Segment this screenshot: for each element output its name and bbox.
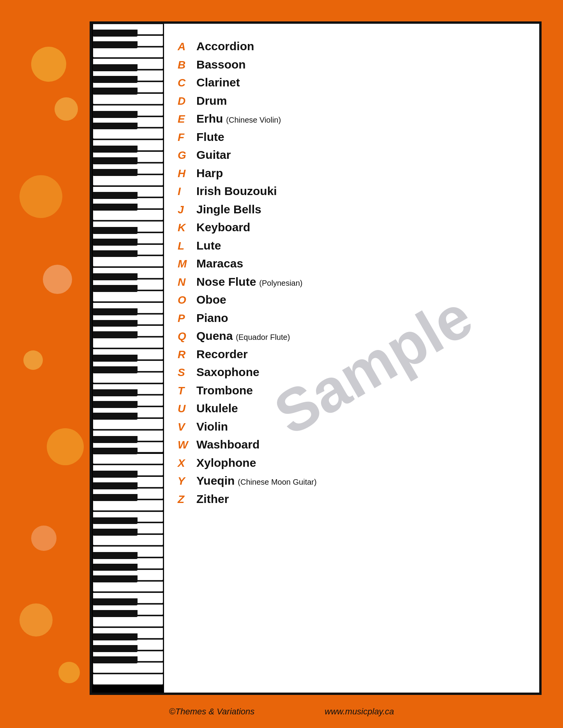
instrument-name: Zither [196,490,229,508]
black-key [93,320,138,327]
list-item: QQuena(Equador Flute) [178,327,522,345]
instrument-name: Maracas [196,255,243,273]
white-key [93,616,163,627]
instrument-name: Oboe [196,291,226,309]
list-item: OOboe [178,291,522,309]
instrument-name: Flute [196,128,224,146]
alphabet-letter: J [178,201,196,218]
list-item: RRecorder [178,345,522,364]
alphabet-letter: I [178,183,196,200]
white-key [93,256,163,267]
alphabet-letter: N [178,274,196,290]
white-key [93,175,163,186]
black-key [93,471,138,478]
list-item: NNose Flute(Polynesian) [178,273,522,291]
black-key [93,64,138,71]
instrument-name: Jingle Bells [196,200,261,219]
instrument-subtitle: (Chinese Moon Guitar) [238,476,316,488]
instrument-name: Irish Bouzouki [196,182,277,200]
instrument-name: Saxophone [196,363,259,382]
black-key [93,192,138,199]
copyright-text: ©Themes & Variations [169,707,255,717]
white-key [93,47,163,58]
alphabet-letter: Q [178,328,196,345]
instrument-name: Xylophone [196,454,256,472]
instrument-name: Lute [196,237,221,255]
list-item: GGuitar [178,146,522,164]
alphabet-letter: G [178,147,196,164]
black-key [93,517,138,524]
black-key [93,308,138,315]
black-key [93,157,138,164]
black-key [93,448,138,455]
black-key [93,656,138,663]
list-item: CClarinet [178,74,522,92]
black-key [93,482,138,489]
list-item: MMaracas [178,255,522,273]
instrument-name: Bassoon [196,56,246,74]
instrument-name: Violin [196,418,228,436]
black-key [93,239,138,246]
black-key [93,564,138,571]
piano-keys [92,24,164,693]
alphabet-letter: C [178,74,196,91]
black-key [93,111,138,118]
list-item: LLute [178,237,522,255]
black-key [93,331,138,338]
alphabet-letter: R [178,346,196,363]
black-key [93,598,138,605]
alphabet-letter: Z [178,491,196,508]
alphabet-letter: V [178,419,196,435]
black-key [93,123,138,130]
black-key [93,41,138,48]
black-key [93,413,138,420]
black-key [93,389,138,396]
black-key [93,355,138,362]
black-key [93,366,138,373]
black-key [93,30,138,37]
white-key [93,535,163,546]
instrument-name: Keyboard [196,218,250,237]
list-item: VViolin [178,418,522,436]
instrument-name: Drum [196,92,227,110]
list-item: SSaxophone [178,363,522,382]
white-key [93,209,163,221]
white-key [93,454,163,465]
alphabet-letter: K [178,219,196,236]
instrument-name: Quena [196,327,233,345]
alphabet-list: AAccordionBBassoonCClarinetDDrumEErhu(Ch… [178,37,522,508]
black-key [93,552,138,559]
list-item: EErhu(Chinese Violin) [178,110,522,128]
white-key [93,291,163,302]
black-key [93,610,138,617]
alphabet-letter: O [178,292,196,308]
white-key [93,674,163,685]
white-key [93,581,163,593]
instrument-name: Guitar [196,146,231,164]
instrument-subtitle: (Polynesian) [259,277,302,289]
black-key [93,169,138,176]
black-key [93,494,138,501]
list-item: BBassoon [178,56,522,74]
black-key [93,204,138,211]
instrument-name: Piano [196,309,228,327]
list-item: ZZither [178,490,522,508]
website-text: www.musicplay.ca [325,707,394,717]
alphabet-letter: X [178,455,196,471]
black-key [93,88,138,95]
alphabet-letter: B [178,56,196,73]
list-item: JJingle Bells [178,200,522,219]
black-key [93,146,138,153]
list-item: UUkulele [178,399,522,418]
black-key [93,76,138,83]
list-item: FFlute [178,128,522,146]
white-key [93,337,163,348]
black-key [93,273,138,280]
white-key [93,500,163,511]
instrument-name: Accordion [196,37,254,56]
instrument-name: Trombone [196,382,253,400]
alphabet-letter: D [178,93,196,109]
black-key [93,250,138,257]
black-key [93,227,138,234]
list-item: DDrum [178,92,522,110]
